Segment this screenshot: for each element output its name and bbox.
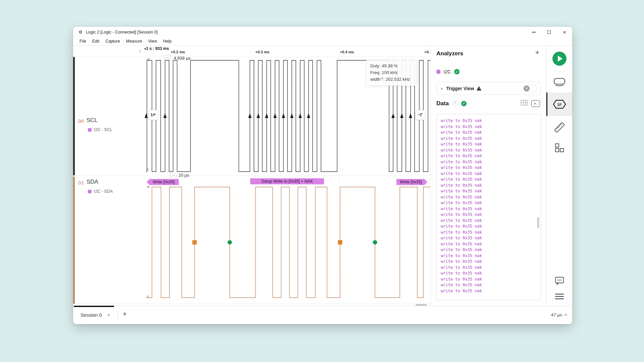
analyzer-item-i2c[interactable]: I2C ✓ bbox=[436, 69, 460, 74]
analyzers-title: Analyzers bbox=[436, 50, 463, 57]
maximize-icon bbox=[547, 31, 551, 34]
waveform-body: D0 SCL I2C - SCL D1 SDA I2C - SDA HLHL1↶… bbox=[73, 57, 430, 306]
data-output-line: write to 0x35 nak bbox=[441, 282, 541, 288]
data-output-line: write to 0x35 nak bbox=[441, 159, 541, 165]
tooltip-duty: Duty: 49.38 % bbox=[370, 63, 413, 69]
trigger-expand-chevron-icon[interactable]: › bbox=[441, 86, 442, 91]
channel-d0-name[interactable]: SCL bbox=[87, 117, 98, 124]
data-output-line: write to 0x35 nak bbox=[441, 212, 541, 218]
data-output-line: write to 0x35 nak bbox=[441, 194, 541, 200]
data-terminal-output[interactable]: write to 0x35 nakwrite to 0x35 nakwrite … bbox=[436, 114, 541, 300]
minimize-button[interactable] bbox=[526, 27, 541, 38]
device-settings-button[interactable] bbox=[546, 77, 572, 87]
rising-edge-arrow-marker bbox=[248, 113, 252, 118]
extensions-button[interactable] bbox=[546, 143, 572, 153]
timeline-back-chevron[interactable]: ‹ bbox=[139, 48, 141, 54]
data-output-line: write to 0x35 nak bbox=[441, 124, 541, 130]
svg-text:1F: 1F bbox=[557, 103, 561, 107]
measurement-label: 10 µs bbox=[178, 173, 189, 178]
rising-edge-arrow-marker bbox=[391, 113, 395, 118]
channel-d1-analyzer-color-swatch bbox=[88, 190, 92, 193]
measurements-button[interactable] bbox=[546, 121, 572, 134]
logic-level-label: H bbox=[147, 58, 150, 61]
main-menu-button[interactable] bbox=[555, 294, 564, 299]
edge-jump-button[interactable]: 1↶ bbox=[148, 110, 158, 120]
menu-help[interactable]: Help bbox=[160, 38, 174, 45]
session-tab-close-icon[interactable]: × bbox=[107, 312, 110, 318]
trigger-view-toggle[interactable]: ✕ bbox=[523, 85, 537, 92]
warning-icon: ! bbox=[477, 86, 482, 90]
logic-level-label: L bbox=[147, 168, 149, 171]
right-icon-rail: 1F bbox=[546, 46, 572, 306]
bottom-bar: Session 0 × + 47 µs bbox=[73, 306, 572, 324]
analyzers-panel: Analyzers + I2C ✓ › Trigger View ! ✕ Dat… bbox=[430, 46, 546, 306]
timeline-tick: +0. bbox=[424, 50, 430, 54]
rising-edge-arrow-marker bbox=[282, 113, 285, 118]
new-session-button[interactable]: + bbox=[123, 310, 127, 318]
data-output-line: write to 0x35 nak bbox=[441, 177, 541, 183]
rising-edge-arrow-marker bbox=[290, 113, 293, 118]
data-output-line: write to 0x35 nak bbox=[441, 188, 541, 194]
menu-view[interactable]: View bbox=[145, 38, 160, 45]
rising-edge-arrow-marker bbox=[257, 113, 260, 118]
data-output-line: write to 0x35 nak bbox=[441, 270, 541, 277]
data-output-line: write to 0x35 nak bbox=[441, 183, 541, 189]
data-output-line: write to 0x35 nak bbox=[441, 288, 541, 294]
menu-capture[interactable]: Capture bbox=[102, 38, 123, 45]
start-capture-button[interactable] bbox=[552, 52, 567, 66]
session-tab[interactable]: Session 0 bbox=[80, 312, 102, 318]
channel-d0-id: D0 bbox=[78, 119, 84, 124]
timeline-tick: +0.4 ms bbox=[340, 50, 354, 54]
maximize-button[interactable] bbox=[541, 27, 557, 38]
help-icon[interactable]: ? bbox=[452, 101, 458, 106]
i2c-label: I2C bbox=[443, 69, 451, 74]
rising-edge-arrow-marker bbox=[273, 113, 277, 118]
measurement-tooltip: Duty: 49.38 % Freq: 100 kHz width-1: 202… bbox=[366, 60, 417, 86]
measurement-arrows-icon: ↔ bbox=[164, 55, 171, 59]
data-output-line: write to 0x35 nak bbox=[441, 136, 541, 142]
data-title: Data bbox=[436, 100, 449, 107]
data-output-line: write to 0x35 nak bbox=[441, 277, 541, 283]
menu-measure[interactable]: Measure bbox=[123, 38, 145, 45]
timeline-header: ‹ ◂1 s : 933 ms +0.2 ms+0.3 ms+0.4 ms+0. bbox=[73, 46, 430, 57]
session-tab-indicator bbox=[74, 306, 114, 307]
analyzers-tab-selected[interactable]: 1F bbox=[546, 93, 572, 116]
terminal-view-icon[interactable]: >_ bbox=[531, 100, 540, 107]
menu-bar: FileEditCaptureMeasureViewHelp bbox=[73, 38, 572, 46]
sda-dot-marker bbox=[228, 240, 232, 245]
channel-d1-name[interactable]: SDA bbox=[87, 179, 98, 185]
data-output-line: write to 0x35 nak bbox=[441, 200, 541, 206]
data-output-line: write to 0x35 nak bbox=[441, 259, 541, 265]
channel-d1-accent-bar bbox=[73, 177, 75, 304]
data-output-line: write to 0x35 nak bbox=[441, 153, 541, 159]
feedback-button[interactable] bbox=[546, 276, 572, 286]
channel-d1-analyzer-label[interactable]: I2C - SDA bbox=[94, 189, 113, 194]
add-analyzer-button[interactable]: + bbox=[535, 49, 539, 56]
i2c-status-check-icon: ✓ bbox=[454, 69, 460, 74]
tab-separator bbox=[118, 311, 118, 319]
play-icon bbox=[558, 56, 562, 62]
menu-file[interactable]: File bbox=[76, 38, 89, 45]
trigger-view-label: Trigger View bbox=[446, 86, 474, 91]
channel-d0-analyzer-label[interactable]: I2C - SCL bbox=[94, 127, 112, 132]
data-scrollbar[interactable] bbox=[537, 217, 539, 228]
timeline-tick: +0.2 ms bbox=[171, 50, 185, 54]
menu-edit[interactable]: Edit bbox=[89, 38, 102, 45]
i2c-annotation-bubble: Write [0x35] bbox=[396, 179, 427, 185]
timeline-origin: ◂1 s : 933 ms bbox=[144, 46, 169, 51]
waveform-section: ‹ ◂1 s : 933 ms +0.2 ms+0.3 ms+0.4 ms+0.… bbox=[73, 46, 430, 306]
rising-edge-arrow-marker bbox=[409, 113, 412, 118]
time-range-control[interactable]: 47 µs bbox=[551, 312, 567, 317]
channel-divider bbox=[73, 175, 430, 176]
rising-edge-arrow-marker bbox=[265, 113, 268, 118]
close-button[interactable]: × bbox=[557, 27, 572, 38]
data-output-line: write to 0x35 nak bbox=[441, 165, 541, 171]
trigger-view-row[interactable]: › Trigger View ! ✕ bbox=[436, 82, 541, 95]
edge-jump-button[interactable]: ~Γ bbox=[415, 110, 425, 120]
table-view-icon[interactable] bbox=[521, 100, 528, 107]
hamburger-icon bbox=[555, 294, 564, 295]
measurement-arrows-icon: ↔ bbox=[170, 173, 177, 177]
data-output-line: write to 0x35 nak bbox=[441, 253, 541, 259]
i2c-annotation-bubble: Setup Write to [0x35] + NAK bbox=[250, 178, 324, 184]
data-output-line: write to 0x35 nak bbox=[441, 247, 541, 253]
